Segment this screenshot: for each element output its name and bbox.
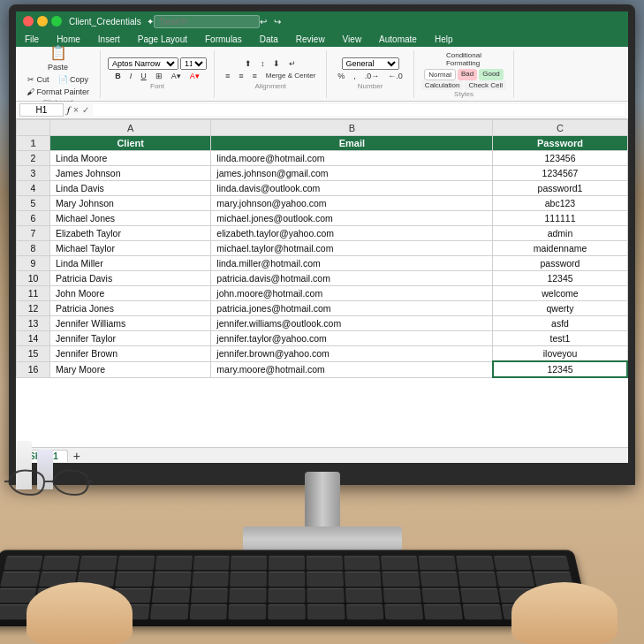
client-cell[interactable]: John Moore — [49, 286, 210, 301]
email-cell[interactable]: michael.jones@outlook.com — [211, 211, 493, 226]
underline-button[interactable]: U — [137, 70, 150, 82]
client-cell[interactable]: Mary Moore — [49, 361, 210, 377]
password-cell[interactable]: password1 — [493, 181, 627, 196]
check-cell-style-button[interactable]: Check Cell — [465, 80, 506, 90]
password-cell[interactable]: qwerty — [493, 301, 627, 316]
table-row[interactable]: 7Elizabeth Taylorelizabeth.taylor@yahoo.… — [17, 226, 628, 241]
align-center-button[interactable]: ≡ — [235, 70, 246, 82]
calculation-style-button[interactable]: Calculation — [421, 80, 464, 90]
menu-help[interactable]: Help — [431, 33, 457, 46]
bad-style-button[interactable]: Bad — [458, 69, 477, 80]
menu-automate[interactable]: Automate — [375, 33, 420, 46]
border-button[interactable]: ⊞ — [152, 70, 166, 82]
password-cell[interactable]: password — [493, 256, 627, 271]
table-row[interactable]: 12Patricia Jonespatricia.jones@hotmail.c… — [17, 301, 628, 316]
font-color-button[interactable]: A▾ — [186, 70, 203, 82]
align-right-button[interactable]: ≡ — [249, 70, 261, 82]
menu-data[interactable]: Data — [256, 33, 282, 46]
col-header-a[interactable]: A — [49, 120, 210, 136]
client-cell[interactable]: Elizabeth Taylor — [49, 226, 210, 241]
email-cell[interactable]: jennifer.brown@yahoo.com — [211, 346, 493, 362]
font-name-select[interactable]: Aptos Narrow — [108, 57, 178, 70]
password-cell[interactable]: admin — [493, 226, 627, 241]
email-cell[interactable]: linda.davis@outlook.com — [211, 181, 493, 196]
paste-button[interactable]: 📋 Paste — [44, 42, 72, 73]
cell-reference-input[interactable] — [19, 103, 64, 117]
client-cell[interactable]: Linda Miller — [49, 256, 210, 271]
close-button[interactable] — [23, 16, 34, 27]
menu-formulas[interactable]: Formulas — [201, 33, 246, 46]
good-style-button[interactable]: Good — [479, 69, 504, 80]
password-cell[interactable]: iloveyou — [493, 346, 627, 362]
client-cell[interactable]: Michael Taylor — [49, 241, 210, 256]
email-cell[interactable]: john.moore@hotmail.com — [211, 286, 493, 301]
email-cell[interactable]: linda.moore@hotmail.com — [211, 151, 493, 166]
email-cell[interactable]: patricia.jones@hotmail.com — [211, 301, 493, 316]
table-row[interactable]: 16Mary Mooremary.moore@hotmail.com12345 — [17, 361, 628, 377]
password-cell[interactable]: welcome — [493, 286, 627, 301]
wrap-text-button[interactable]: ↵ — [285, 57, 299, 70]
email-cell[interactable]: elizabeth.taylor@yahoo.com — [211, 226, 493, 241]
font-size-select[interactable]: 11 — [180, 57, 207, 70]
formula-input[interactable] — [93, 104, 625, 116]
client-cell[interactable]: Mary Johnson — [49, 196, 210, 211]
password-cell[interactable]: abc123 — [493, 196, 627, 211]
client-cell[interactable]: Jennifer Williams — [49, 316, 210, 331]
minimize-button[interactable] — [37, 16, 48, 27]
password-cell[interactable]: 12345 — [493, 361, 627, 377]
col-header-b[interactable]: B — [211, 120, 493, 136]
add-sheet-button[interactable]: + — [70, 447, 84, 464]
search-input[interactable] — [154, 15, 260, 28]
col-header-c[interactable]: C — [493, 120, 627, 136]
align-middle-button[interactable]: ↕ — [257, 57, 269, 70]
table-row[interactable]: 15Jennifer Brownjennifer.brown@yahoo.com… — [17, 346, 628, 362]
table-row[interactable]: 10Patricia Davispatricia.davis@hotmail.c… — [17, 271, 628, 286]
undo-icon[interactable]: ↩ — [260, 17, 267, 27]
menu-file[interactable]: File — [21, 33, 42, 46]
table-row[interactable]: 9Linda Millerlinda.miller@hotmail.compas… — [17, 256, 628, 271]
number-format-select[interactable]: General — [342, 57, 399, 70]
client-cell[interactable]: Linda Davis — [49, 181, 210, 196]
password-cell[interactable]: 1234567 — [493, 166, 627, 181]
italic-button[interactable]: I — [126, 70, 136, 82]
copy-button[interactable]: 📄 Copy — [55, 73, 93, 86]
email-header[interactable]: Email — [211, 136, 493, 151]
redo-icon[interactable]: ↪ — [274, 17, 281, 27]
format-painter-button[interactable]: 🖌 Format Painter — [23, 86, 93, 98]
normal-style-button[interactable]: Normal — [424, 69, 456, 80]
table-row[interactable]: 4Linda Davislinda.davis@outlook.compassw… — [17, 181, 628, 196]
table-row[interactable]: 3James Johnsonjames.johnson@gmail.com123… — [17, 166, 628, 181]
menu-review[interactable]: Review — [292, 33, 329, 46]
percent-button[interactable]: % — [334, 70, 348, 82]
fill-color-button[interactable]: A▾ — [168, 70, 185, 82]
menu-page-layout[interactable]: Page Layout — [134, 33, 191, 46]
client-header[interactable]: Client — [49, 136, 210, 151]
password-cell[interactable]: 111111 — [493, 211, 627, 226]
email-cell[interactable]: michael.taylor@hotmail.com — [211, 241, 493, 256]
password-cell[interactable]: maidenname — [493, 241, 627, 256]
table-row[interactable]: 5Mary Johnsonmary.johnson@yahoo.comabc12… — [17, 196, 628, 211]
email-cell[interactable]: james.johnson@gmail.com — [211, 166, 493, 181]
client-cell[interactable]: James Johnson — [49, 166, 210, 181]
maximize-button[interactable] — [51, 16, 62, 27]
table-row[interactable]: 6Michael Jonesmichael.jones@outlook.com1… — [17, 211, 628, 226]
increase-decimal-button[interactable]: .0→ — [361, 70, 383, 82]
email-cell[interactable]: linda.miller@hotmail.com — [211, 256, 493, 271]
email-cell[interactable]: mary.moore@hotmail.com — [211, 361, 493, 377]
formula-func-icon[interactable]: 𝑓 — [67, 104, 70, 116]
align-bottom-button[interactable]: ⬇ — [269, 57, 284, 70]
password-cell[interactable]: 12345 — [493, 271, 627, 286]
table-row[interactable]: 8Michael Taylormichael.taylor@hotmail.co… — [17, 241, 628, 256]
cut-button[interactable]: ✂ Cut — [24, 73, 53, 86]
table-row[interactable]: 14Jennifer Taylorjennifer.taylor@yahoo.c… — [17, 331, 628, 346]
email-cell[interactable]: jennifer.williams@outlook.com — [211, 316, 493, 331]
align-left-button[interactable]: ≡ — [222, 70, 233, 82]
comma-button[interactable]: , — [350, 70, 360, 82]
email-cell[interactable]: mary.johnson@yahoo.com — [211, 196, 493, 211]
password-cell[interactable]: 123456 — [493, 151, 627, 166]
align-top-button[interactable]: ⬆ — [241, 57, 255, 70]
table-row[interactable]: 11John Moorejohn.moore@hotmail.comwelcom… — [17, 286, 628, 301]
table-row[interactable]: 13Jennifer Williamsjennifer.williams@out… — [17, 316, 628, 331]
email-cell[interactable]: patricia.davis@hotmail.com — [211, 271, 493, 286]
password-cell[interactable]: asfd — [493, 316, 627, 331]
